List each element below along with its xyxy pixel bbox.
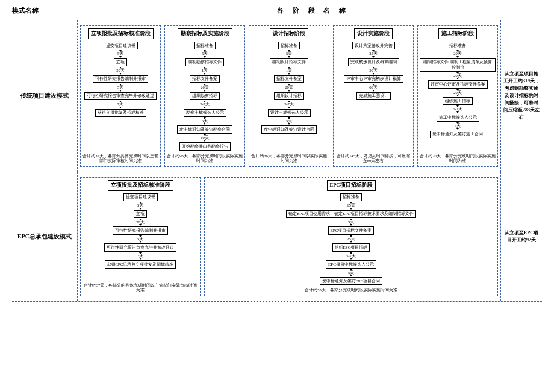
arrow-down-icon xyxy=(456,56,459,58)
step-box: 发中标通知及签订EPC项目合同 xyxy=(320,277,383,285)
stage-summary: 合计约70天，各部分完成时间以实际实施时间为准 xyxy=(420,151,496,164)
stage-title: 设计招标阶段 xyxy=(270,28,308,39)
step-box: 编制勘察招标文件 xyxy=(185,58,224,66)
step-box: 提交项目建议书 xyxy=(123,193,158,201)
stage-summary: 合计约37天，各部分具体完成时间以主管部门实际审核时间为准 xyxy=(82,151,158,164)
arrow-down-icon xyxy=(204,56,206,58)
arrow-down-icon xyxy=(204,107,206,108)
row-summary-note: 从立项至EPC项目开工约92天 xyxy=(500,172,542,301)
stage-summary: 合计约96天，各部分完成时间以实际实施时间为准 xyxy=(167,151,243,164)
stage-summary: 合计约55天，各部分完成时间以实际实施时间为准 xyxy=(305,285,397,293)
arrow-down-icon xyxy=(350,241,352,243)
stage-title: 施工招标阶段 xyxy=(438,28,477,39)
arrow-down-icon xyxy=(372,73,375,75)
step-box: 确定EPC项目使用需求、确定EPC项目招标技术要求及编制招标文件 xyxy=(286,210,416,218)
stage-title: 勘察招标及实施阶段 xyxy=(178,28,232,39)
stages-container: 立项报批及招标核准阶段提交项目建议书5天立项20天可行性研究报告编制并报审5天可… xyxy=(78,172,500,301)
step-box: 发中标通知及签订勘察合同 xyxy=(177,125,232,133)
step-box: 招标准备 xyxy=(447,42,468,49)
step-box: 提交项目建议书 xyxy=(104,42,138,49)
stage: 设计实施阶段设计方案修改并完善35天完成初步设计及概算编制30天评审中心评审完初… xyxy=(333,25,414,167)
step-box: 招标文件备案 xyxy=(190,75,220,83)
stage-summary: 合计约37天，各部分的具体完成时间以主管部门实际审核时间为准 xyxy=(82,281,198,293)
step-box: 可行性研究报告编制并报审 xyxy=(113,226,168,234)
arrow-down-icon xyxy=(288,123,290,125)
header-row: 模式名称 各 阶 段 名 称 xyxy=(12,6,542,15)
model-row: 传统项目建设模式立项报批及招标核准阶段提交项目建议书5天立项20天可行性研究报告… xyxy=(12,20,542,172)
step-box: 发中标通知及签订施工合同 xyxy=(430,131,485,138)
step-box: 组织设计招标 xyxy=(274,92,304,100)
arrow-down-icon xyxy=(119,107,122,108)
step-box: EPC项目中标候选人公示 xyxy=(326,260,376,268)
step-box: 施工中标候选人公示 xyxy=(437,114,479,122)
step-box: 评审中心评审完初步设计概算 xyxy=(344,75,403,83)
step-box: 设计方案修改并完善 xyxy=(352,42,395,49)
arrow-down-icon xyxy=(139,258,142,260)
arrow-down-icon xyxy=(456,128,459,130)
stage: 立项报批及招标核准阶段提交项目建议书5天立项20天可行性研究报告编制并报审5天可… xyxy=(80,25,161,167)
arrow-down-icon xyxy=(350,275,352,276)
arrow-down-icon xyxy=(456,111,459,113)
step-box: 组织施工招标 xyxy=(443,97,473,105)
step-box: 完成施工图设计 xyxy=(356,92,391,100)
step-box: 完成初步设计及概算编制 xyxy=(348,58,399,66)
stages-container: 立项报批及招标核准阶段提交项目建议书5天立项20天可行性研究报告编制并报审5天可… xyxy=(78,20,500,172)
arrow-down-icon xyxy=(288,56,290,58)
arrow-down-icon xyxy=(139,224,142,226)
stage-summary: 合计约36天，各部分完成时间以实际实施时间为准 xyxy=(251,151,327,164)
stage-title: 立项报批及招标核准阶段 xyxy=(88,28,154,39)
step-box: 开始勘察并出具勘察报告 xyxy=(179,142,231,150)
stage: 施工招标阶段招标准备20天编制招标文件 编制工程量清单及预算控制价20天评审中心… xyxy=(417,25,498,167)
step-box: 立项 xyxy=(134,210,147,218)
step-box: 组织勘察招标 xyxy=(190,92,220,100)
arrow-down-icon xyxy=(139,208,142,210)
step-box: 设计中标候选人公示 xyxy=(268,109,311,117)
arrow-down-icon xyxy=(372,56,375,58)
arrow-down-icon xyxy=(456,78,459,79)
step-box: 获得EPC总承包立项批复及招标核准 xyxy=(105,260,176,268)
step-box: EPC项目招标文件备案 xyxy=(328,226,375,234)
step-box: 招标准备 xyxy=(278,42,300,49)
arrow-down-icon xyxy=(139,241,142,243)
arrow-down-icon xyxy=(204,140,206,142)
step-box: 编制设计招标文件 xyxy=(270,58,308,66)
row-label: 传统项目建设模式 xyxy=(12,20,78,172)
arrow-down-icon xyxy=(350,208,352,210)
stage: 勘察招标及实施阶段招标准备5天编制勘察招标文件1天招标文件备案20天组织勘察招标… xyxy=(164,25,245,167)
stage-title: 设计实施阶段 xyxy=(354,28,393,39)
header-stage-name: 各 阶 段 名 称 xyxy=(84,6,542,15)
stage-summary: 合计约145天，考虑到时间搭接，可压缩至80天左右 xyxy=(335,151,411,164)
arrow-down-icon xyxy=(119,90,122,92)
arrow-down-icon xyxy=(372,90,375,92)
stage-title: 立项报批及招标核准阶段 xyxy=(108,180,173,191)
arrow-down-icon xyxy=(204,90,206,92)
stage-title: EPC项目招标阶段 xyxy=(327,180,376,191)
step-box: 招标文件备案 xyxy=(274,75,304,83)
step-box: 获得立项批复及招标核准 xyxy=(95,109,146,117)
arrow-down-icon xyxy=(119,56,122,58)
step-box: 立项 xyxy=(114,58,127,66)
step-box: 招标准备 xyxy=(340,193,362,201)
arrow-down-icon xyxy=(119,73,122,75)
step-box: 可行性研究报告审查完毕并修改通过 xyxy=(84,92,157,100)
step-box: 评审中心评审及招标文件备案 xyxy=(428,80,488,88)
stage: 设计招标阶段招标准备5天编制设计招标文件1天招标文件备案20天组织设计招标5-7… xyxy=(249,25,329,167)
arrow-down-icon xyxy=(350,258,352,260)
arrow-down-icon xyxy=(288,107,290,108)
step-box: 组织EPC项目招标 xyxy=(332,243,370,251)
arrow-down-icon xyxy=(288,90,290,92)
arrow-down-icon xyxy=(350,224,352,226)
step-box: 可行性研究报告编制并报审 xyxy=(93,75,148,83)
step-box: 编制招标文件 编制工程量清单及预算控制价 xyxy=(420,58,496,72)
arrow-down-icon xyxy=(288,73,290,75)
step-box: 发中标通知及签订设计合同 xyxy=(261,125,317,133)
step-box: 勘察中标候选人公示 xyxy=(184,109,226,117)
stage: EPC项目招标阶段招标准备15天确定EPC项目使用需求、确定EPC项目招标技术要… xyxy=(204,177,498,296)
arrow-down-icon xyxy=(204,123,206,125)
arrow-down-icon xyxy=(204,73,206,75)
header-model-name: 模式名称 xyxy=(12,6,84,15)
stage: 立项报批及招标核准阶段提交项目建议书5天立项20天可行性研究报告编制并报审5天可… xyxy=(80,177,201,296)
row-label: EPC总承包建设模式 xyxy=(12,172,78,301)
row-summary-note: 从立项至项目施工开工约319天，考虑到勘察实施及设计招标的时间搭接，可将时间压缩… xyxy=(500,20,542,172)
step-box: 可行性研究报告审查完毕并修改通过 xyxy=(104,243,176,251)
